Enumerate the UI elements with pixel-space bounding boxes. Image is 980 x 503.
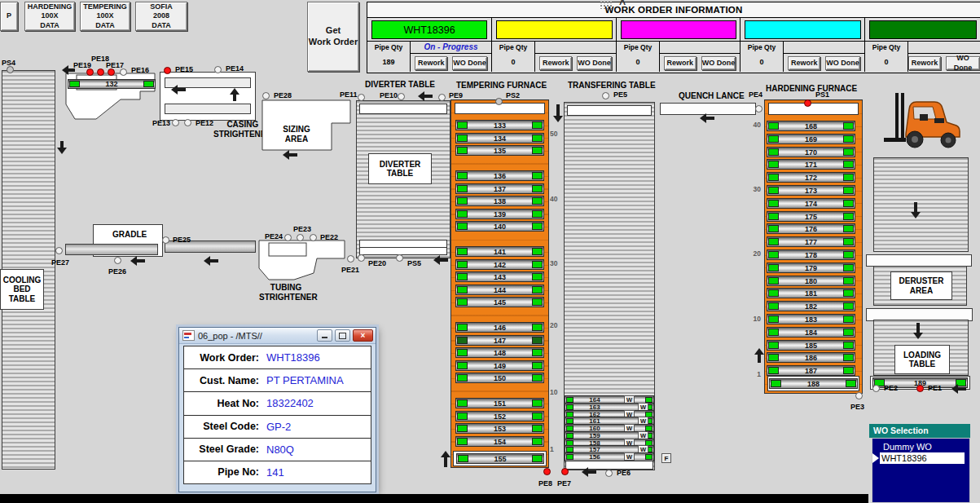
pipe-151[interactable]: 151 (455, 398, 544, 408)
pipe-141[interactable]: 141 (455, 246, 544, 257)
popup-field-value: 18322402 (266, 397, 314, 409)
work-order-color-box[interactable] (621, 20, 736, 39)
work-order-popup-window: 06_pop - /MTS// × Work Order:WHT18396Cus… (178, 327, 376, 492)
button-sofia-2008-data[interactable]: SOFIA 2008 DATA (135, 2, 187, 31)
rework-button[interactable]: Rework (788, 56, 820, 70)
pipe-132[interactable]: 132 (68, 79, 156, 89)
pipe-145[interactable]: 145 (455, 297, 544, 307)
rework-button[interactable]: Rework (908, 56, 941, 70)
wo-done-button[interactable]: WO Done (577, 56, 612, 70)
pipe-176[interactable]: 176 (767, 223, 855, 234)
w-button-156[interactable]: W (624, 452, 635, 461)
pipe-140[interactable]: 140 (455, 221, 544, 232)
work-order-slot-row: Pipe Qty0ReworkWO Done (492, 41, 616, 72)
work-order-color-box[interactable] (869, 20, 977, 39)
pipe-number: 175 (767, 212, 855, 221)
pipe-146[interactable]: 146 (455, 322, 544, 333)
pipe-154[interactable]: 154 (455, 436, 544, 447)
wo-selection-item[interactable]: Dummy WO (883, 442, 966, 452)
work-order-color-box[interactable] (745, 20, 861, 39)
pipe-152[interactable]: 152 (455, 411, 544, 421)
popup-minimize-button[interactable] (317, 329, 332, 342)
rework-button[interactable]: Rework (415, 56, 447, 70)
pipe-148[interactable]: 148 (455, 347, 544, 358)
grid-handle-icon[interactable] (600, 1, 613, 9)
wo-selection-item[interactable]: WHT18396 (880, 452, 965, 464)
flow-arrow-down-icon (911, 202, 921, 218)
work-order-slot-5: Pipe Qty0ReworkWO Done (864, 17, 980, 72)
pipe-186[interactable]: 186 (767, 352, 855, 363)
pipe-182[interactable]: 182 (767, 301, 855, 311)
pipe-142[interactable]: 142 (455, 259, 544, 270)
pipe-187[interactable]: 187 (767, 365, 855, 376)
wo-done-button[interactable]: WO Done (452, 56, 487, 70)
popup-title-bar[interactable]: 06_pop - /MTS// × (179, 328, 376, 344)
pipe-170[interactable]: 170 (767, 147, 855, 157)
pipe-155[interactable]: 155 (456, 453, 544, 464)
wo-done-button[interactable]: WO Done (825, 56, 860, 70)
pipe-147[interactable]: 147 (455, 335, 544, 346)
pipe-183[interactable]: 183 (767, 314, 855, 324)
collapse-caret-icon[interactable]: ^ (619, 0, 626, 11)
pipe-number: 147 (456, 336, 543, 345)
pipe-149[interactable]: 149 (455, 360, 544, 371)
pipe-173[interactable]: 173 (767, 185, 855, 196)
pipe-134[interactable]: 134 (455, 133, 544, 143)
pipe-175[interactable]: 175 (767, 211, 855, 222)
pipe-137[interactable]: 137 (455, 183, 544, 194)
popup-maximize-button[interactable] (335, 329, 350, 342)
pipe-184[interactable]: 184 (767, 327, 855, 338)
popup-field-label: Steel Code: (184, 421, 259, 432)
f-button[interactable]: F (661, 453, 671, 463)
pipe-138[interactable]: 138 (455, 196, 544, 206)
wo-done-button[interactable]: WO Done (701, 56, 736, 70)
pipe-185[interactable]: 185 (767, 340, 855, 351)
pipe-188[interactable]: 188 (769, 378, 858, 389)
pipe-153[interactable]: 153 (455, 423, 544, 434)
sensor-pe15-label: PE15 (175, 65, 193, 73)
work-order-color-box[interactable]: WHT18396 (371, 20, 487, 39)
popup-close-button[interactable]: × (353, 329, 373, 342)
pipe-143[interactable]: 143 (455, 271, 544, 282)
button-hardening-100x-data[interactable]: HARDENING 100X DATA (24, 2, 75, 31)
hardening-furnace-heading: HARDENING FURNACE (766, 84, 857, 93)
scale-label-50: 50 (550, 130, 557, 138)
pipe-172[interactable]: 172 (767, 172, 855, 183)
sensor-pe9-label: PE9 (449, 91, 463, 99)
status-text (535, 42, 616, 54)
deruster-area-label: DERUSTER AREA (890, 271, 952, 300)
pipe-156[interactable]: 156W (565, 452, 654, 461)
pipe-169[interactable]: 169 (767, 134, 855, 144)
rework-button[interactable]: Rework (539, 56, 572, 70)
pipe-174[interactable]: 174 (767, 198, 855, 209)
work-order-slot-4: Pipe Qty0ReworkWO Done (740, 17, 864, 72)
button-tempering-100x-data[interactable]: TEMPERING 100X DATA (80, 2, 130, 31)
pipe-135[interactable]: 135 (455, 145, 544, 156)
pipe-number: 153 (456, 424, 543, 433)
pipe-168[interactable]: 168 (767, 121, 855, 131)
tempering-furnace-heading: TEMPERING FURNACE (456, 81, 547, 90)
pipe-number: 142 (456, 260, 543, 269)
wo-done-button[interactable]: WO Done (946, 56, 980, 70)
slot-buttons: ReworkWO Done (535, 56, 616, 70)
pipe-qty-label: Pipe Qty (617, 43, 659, 51)
bottom-black-bar (0, 494, 868, 503)
pipe-180[interactable]: 180 (767, 276, 855, 286)
sensor-pe16-label: PE16 (131, 66, 149, 74)
button-partial-p[interactable]: P (0, 2, 18, 31)
pipe-133[interactable]: 133 (455, 120, 544, 130)
pipe-144[interactable]: 144 (455, 285, 544, 295)
popup-field-value: GP-2 (266, 421, 291, 433)
get-work-order-button[interactable]: Get Work Order (307, 2, 359, 72)
rework-button[interactable]: Rework (664, 56, 697, 70)
pipe-171[interactable]: 171 (767, 159, 855, 170)
pipe-177[interactable]: 177 (767, 236, 855, 247)
pipe-178[interactable]: 178 (767, 249, 855, 260)
pipe-181[interactable]: 181 (767, 288, 855, 298)
work-order-color-box[interactable] (496, 20, 613, 39)
pipe-136[interactable]: 136 (455, 170, 544, 181)
pipe-150[interactable]: 150 (455, 373, 544, 383)
pipe-number: 138 (456, 196, 543, 205)
pipe-179[interactable]: 179 (767, 263, 855, 273)
pipe-139[interactable]: 139 (455, 209, 544, 219)
